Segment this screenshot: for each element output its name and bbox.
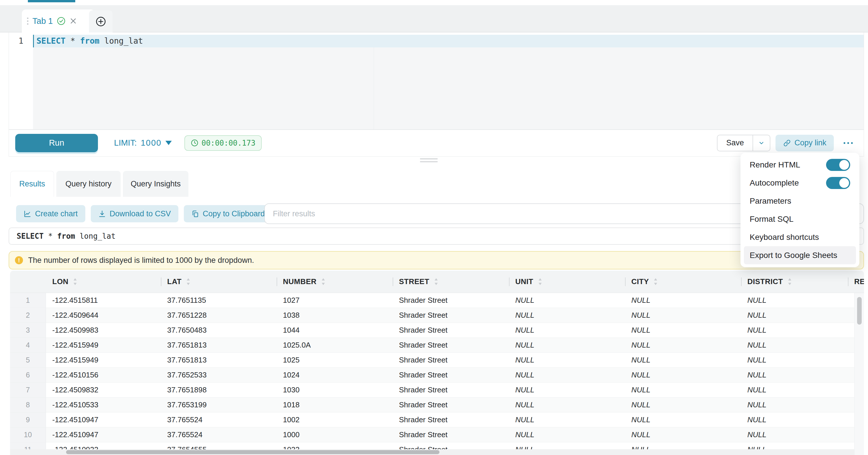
run-button[interactable]: Run bbox=[15, 134, 98, 152]
cell-street[interactable]: Shrader Street bbox=[393, 398, 509, 412]
save-options-button[interactable] bbox=[753, 135, 770, 151]
cell-street[interactable]: Shrader Street bbox=[393, 353, 509, 367]
cell-lon[interactable]: -122.4509983 bbox=[46, 323, 161, 337]
cell-lon[interactable]: -122.4515811 bbox=[46, 293, 161, 308]
cell-district[interactable]: NULL bbox=[741, 383, 848, 397]
table-row[interactable]: 3 -122.4509983 37.7650483 1044 Shrader S… bbox=[10, 323, 864, 338]
cell-unit[interactable]: NULL bbox=[509, 338, 625, 353]
cell-number[interactable]: 1027 bbox=[277, 293, 393, 308]
sort-icon[interactable] bbox=[434, 278, 438, 285]
cell-city[interactable]: NULL bbox=[625, 368, 741, 382]
cell-district[interactable]: NULL bbox=[741, 308, 848, 323]
cell-unit[interactable]: NULL bbox=[509, 398, 625, 412]
table-row[interactable]: 6 -122.4510156 37.7652533 1024 Shrader S… bbox=[10, 368, 864, 383]
cell-district[interactable]: NULL bbox=[741, 398, 848, 412]
more-options-button[interactable] bbox=[839, 135, 857, 151]
cell-unit[interactable]: NULL bbox=[509, 293, 625, 308]
cell-city[interactable]: NULL bbox=[625, 427, 741, 442]
vertical-scrollbar[interactable] bbox=[857, 297, 862, 325]
cell-city[interactable]: NULL bbox=[625, 383, 741, 397]
copy-link-button[interactable]: Copy link bbox=[776, 135, 834, 151]
sort-icon[interactable] bbox=[787, 278, 792, 285]
cell-number[interactable]: 1030 bbox=[277, 383, 393, 397]
cell-lon[interactable]: -122.4510947 bbox=[46, 427, 161, 442]
cell-number[interactable]: 1044 bbox=[277, 323, 393, 337]
column-header[interactable] bbox=[10, 271, 46, 293]
column-header[interactable]: DISTRICT bbox=[741, 271, 848, 293]
column-header[interactable]: LON bbox=[46, 271, 161, 293]
tab-drag-handle-icon[interactable] bbox=[27, 18, 28, 25]
menu-item[interactable]: Keyboard shortcuts bbox=[744, 228, 856, 246]
table-row[interactable]: 9 -122.4510947 37.765524 1002 Shrader St… bbox=[10, 413, 864, 427]
cell-lon[interactable]: -122.4509832 bbox=[46, 383, 161, 397]
copy-clipboard-button[interactable]: Copy to Clipboard bbox=[184, 205, 272, 222]
cell-number[interactable]: 1038 bbox=[277, 308, 393, 323]
table-row[interactable]: 7 -122.4509832 37.7651898 1030 Shrader S… bbox=[10, 383, 864, 398]
table-row[interactable]: 5 -122.4515949 37.7651813 1025 Shrader S… bbox=[10, 353, 864, 368]
cell-street[interactable]: Shrader Street bbox=[393, 308, 509, 323]
menu-item[interactable]: Export to Google Sheets bbox=[744, 246, 856, 264]
cell-district[interactable]: NULL bbox=[741, 323, 848, 337]
sort-icon[interactable] bbox=[186, 278, 190, 285]
table-row[interactable]: 8 -122.4510533 37.7653199 1018 Shrader S… bbox=[10, 398, 864, 413]
sort-icon[interactable] bbox=[538, 278, 542, 285]
cell-city[interactable]: NULL bbox=[625, 293, 741, 308]
cell-street[interactable]: Shrader Street bbox=[393, 427, 509, 442]
toggle-switch[interactable] bbox=[826, 159, 850, 171]
cell-lon[interactable]: -122.4515949 bbox=[46, 338, 161, 353]
table-row[interactable]: 4 -122.4515949 37.7651813 1025.0A Shrade… bbox=[10, 338, 864, 353]
cell-number[interactable]: 1025.0A bbox=[277, 338, 393, 353]
cell-district[interactable]: NULL bbox=[741, 413, 848, 427]
cell-lon[interactable]: -122.4510156 bbox=[46, 368, 161, 382]
cell-street[interactable]: Shrader Street bbox=[393, 323, 509, 337]
limit-dropdown[interactable]: LIMIT: 1000 bbox=[114, 138, 172, 148]
column-header[interactable]: LAT bbox=[161, 271, 277, 293]
cell-lat[interactable]: 37.7651898 bbox=[161, 383, 277, 397]
menu-item[interactable]: Autocomplete bbox=[744, 174, 856, 192]
sort-icon[interactable] bbox=[653, 278, 658, 285]
table-row[interactable]: 2 -122.4509644 37.7651228 1038 Shrader S… bbox=[10, 308, 864, 323]
menu-item[interactable]: Format SQL bbox=[744, 210, 856, 228]
cell-lon[interactable]: -122.4510947 bbox=[46, 413, 161, 427]
cell-number[interactable]: 1002 bbox=[277, 413, 393, 427]
create-chart-button[interactable]: Create chart bbox=[16, 205, 85, 222]
cell-district[interactable]: NULL bbox=[741, 353, 848, 367]
column-header[interactable]: RE bbox=[848, 271, 864, 293]
cell-lon[interactable]: -122.4515949 bbox=[46, 353, 161, 367]
table-row[interactable]: 10 -122.4510947 37.765524 1000 Shrader S… bbox=[10, 427, 864, 442]
horizontal-scrollbar[interactable] bbox=[66, 450, 439, 454]
cell-city[interactable]: NULL bbox=[625, 308, 741, 323]
download-csv-button[interactable]: Download to CSV bbox=[91, 205, 178, 222]
cell-street[interactable]: Shrader Street bbox=[393, 413, 509, 427]
cell-street[interactable]: Shrader Street bbox=[393, 293, 509, 308]
cell-lon[interactable]: -122.4510533 bbox=[46, 398, 161, 412]
editor-tab-1[interactable]: Tab 1 bbox=[22, 9, 95, 32]
cell-city[interactable]: NULL bbox=[625, 323, 741, 337]
toggle-switch[interactable] bbox=[826, 177, 850, 189]
column-header[interactable]: CITY bbox=[625, 271, 741, 293]
save-button[interactable]: Save bbox=[717, 135, 752, 151]
sort-icon[interactable] bbox=[73, 278, 77, 285]
pane-resize-handle[interactable] bbox=[420, 158, 438, 164]
cell-number[interactable]: 1025 bbox=[277, 353, 393, 367]
cell-unit[interactable]: NULL bbox=[509, 427, 625, 442]
cell-lon[interactable]: -122.4509644 bbox=[46, 308, 161, 323]
menu-item[interactable]: Render HTML bbox=[744, 156, 856, 174]
cell-unit[interactable]: NULL bbox=[509, 308, 625, 323]
cell-street[interactable]: Shrader Street bbox=[393, 368, 509, 382]
cell-unit[interactable]: NULL bbox=[509, 368, 625, 382]
cell-number[interactable]: 1018 bbox=[277, 398, 393, 412]
cell-number[interactable]: 1000 bbox=[277, 427, 393, 442]
new-tab-button[interactable] bbox=[89, 10, 113, 32]
cell-lat[interactable]: 37.7652533 bbox=[161, 368, 277, 382]
sql-code-editor[interactable]: 1 SELECT * from long_lat bbox=[9, 32, 864, 129]
tab-close-icon[interactable] bbox=[69, 17, 77, 25]
cell-district[interactable]: NULL bbox=[741, 427, 848, 442]
cell-lat[interactable]: 37.765524 bbox=[161, 427, 277, 442]
cell-lat[interactable]: 37.7651135 bbox=[161, 293, 277, 308]
cell-city[interactable]: NULL bbox=[625, 398, 741, 412]
cell-unit[interactable]: NULL bbox=[509, 323, 625, 337]
cell-lat[interactable]: 37.7650483 bbox=[161, 323, 277, 337]
cell-city[interactable]: NULL bbox=[625, 353, 741, 367]
cell-unit[interactable]: NULL bbox=[509, 383, 625, 397]
